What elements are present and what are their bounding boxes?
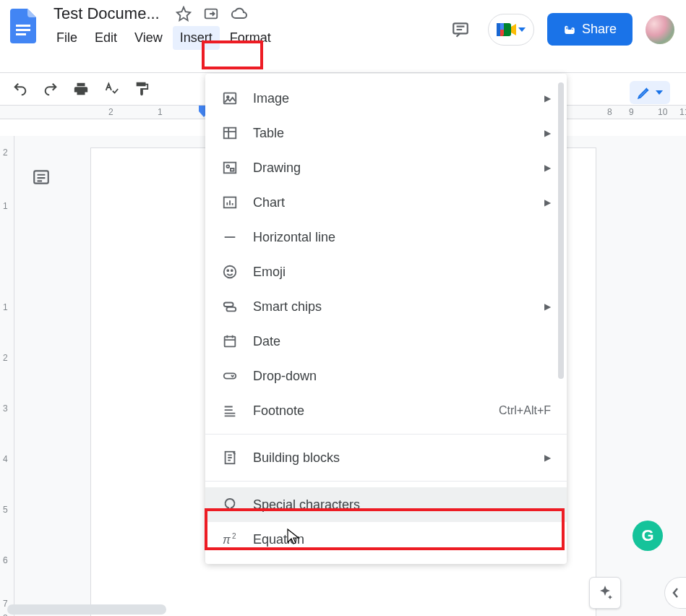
horizontal-scrollbar[interactable] <box>7 604 166 615</box>
insert-menu-table[interactable]: Table▶ <box>205 116 567 150</box>
svg-rect-9 <box>565 30 574 34</box>
svg-rect-4 <box>453 23 468 33</box>
menu-item-label: Drawing <box>253 161 301 176</box>
dropdown-icon <box>220 366 240 386</box>
share-label: Share <box>582 22 617 37</box>
svg-rect-22 <box>226 307 236 312</box>
submenu-arrow-icon: ▶ <box>544 163 551 173</box>
print-icon[interactable] <box>72 80 90 98</box>
svg-rect-0 <box>16 25 30 27</box>
footnote-icon <box>220 401 240 421</box>
svg-rect-23 <box>225 337 236 347</box>
insert-menu-emoji[interactable]: Emoji <box>205 254 567 289</box>
menu-view[interactable]: View <box>127 26 170 50</box>
insert-menu-image[interactable]: Image▶ <box>205 81 567 116</box>
insert-menu-equation[interactable]: π2Equation <box>205 522 567 557</box>
svg-rect-13 <box>224 128 236 139</box>
menu-item-label: Emoji <box>253 265 286 280</box>
undo-icon[interactable] <box>12 80 29 98</box>
menu-item-label: Building blocks <box>253 450 340 466</box>
table-icon <box>220 123 240 143</box>
svg-rect-8 <box>497 23 500 36</box>
menu-separator <box>205 481 567 482</box>
menu-item-label: Image <box>253 91 289 106</box>
chart-icon <box>220 192 240 213</box>
meet-button[interactable] <box>488 14 534 46</box>
insert-menu-chart[interactable]: Chart▶ <box>205 185 567 220</box>
menu-item-label: Footnote <box>253 403 304 419</box>
blocks-icon <box>220 448 240 468</box>
menu-item-label: Date <box>253 334 280 349</box>
chips-icon <box>220 296 240 317</box>
docs-logo[interactable] <box>9 7 38 45</box>
move-icon[interactable] <box>203 6 219 22</box>
menu-edit[interactable]: Edit <box>87 26 124 50</box>
svg-point-18 <box>224 266 236 278</box>
menu-item-label: Table <box>253 126 284 141</box>
grammarly-icon[interactable]: G <box>633 521 663 551</box>
comments-button[interactable] <box>446 15 475 44</box>
menu-item-label: Smart chips <box>253 299 322 315</box>
drawing-icon <box>220 158 240 178</box>
insert-menu-drop-down[interactable]: Drop-down <box>205 359 567 393</box>
menu-item-label: Equation <box>253 532 304 547</box>
editing-mode-button[interactable] <box>630 81 670 104</box>
svg-point-19 <box>227 270 228 271</box>
insert-menu-footnote[interactable]: FootnoteCtrl+Alt+F <box>205 393 567 428</box>
spellcheck-icon[interactable] <box>103 80 120 98</box>
svg-rect-2 <box>16 33 26 35</box>
menu-insert[interactable]: Insert <box>173 26 220 50</box>
svg-text:2: 2 <box>232 532 236 540</box>
explore-button[interactable] <box>589 577 621 609</box>
insert-dropdown-menu: Image▶Table▶Drawing▶Chart▶Horizontal lin… <box>205 74 567 564</box>
star-icon[interactable] <box>176 6 192 22</box>
submenu-arrow-icon: ▶ <box>544 301 551 312</box>
image-icon <box>220 88 240 108</box>
insert-menu-smart-chips[interactable]: Smart chips▶ <box>205 289 567 324</box>
emoji-icon <box>220 262 240 282</box>
share-button[interactable]: Share <box>547 13 633 46</box>
menu-file[interactable]: File <box>49 26 85 50</box>
date-icon <box>220 331 240 351</box>
svg-point-20 <box>231 270 233 271</box>
outline-toggle-icon[interactable] <box>32 168 51 189</box>
document-title[interactable]: Test Docume... <box>49 3 164 25</box>
svg-rect-21 <box>224 303 233 307</box>
cloud-status-icon[interactable] <box>231 5 248 22</box>
svg-text:π: π <box>223 534 231 546</box>
menu-shortcut: Ctrl+Alt+F <box>499 404 551 417</box>
submenu-arrow-icon: ▶ <box>544 197 551 208</box>
hline-icon <box>220 227 240 247</box>
submenu-arrow-icon: ▶ <box>544 128 551 138</box>
insert-menu-building-blocks[interactable]: Building blocks▶ <box>205 440 567 475</box>
insert-menu-date[interactable]: Date <box>205 324 567 359</box>
account-avatar[interactable] <box>646 15 674 44</box>
svg-point-12 <box>227 96 229 98</box>
svg-point-15 <box>226 165 229 168</box>
redo-icon[interactable] <box>42 80 59 98</box>
menu-format[interactable]: Format <box>223 26 278 50</box>
insert-menu-horizontal-line[interactable]: Horizontal line <box>205 220 567 254</box>
menu-item-label: Chart <box>253 195 285 210</box>
menu-item-label: Drop-down <box>253 369 317 384</box>
paint-format-icon[interactable] <box>133 80 150 98</box>
menu-item-label: Special characters <box>253 497 360 513</box>
insert-menu-drawing[interactable]: Drawing▶ <box>205 150 567 185</box>
equation-icon: π2 <box>220 529 240 549</box>
svg-rect-16 <box>231 168 234 171</box>
menu-separator <box>205 434 567 435</box>
insert-menu-special-characters[interactable]: Special characters <box>205 487 567 522</box>
submenu-arrow-icon: ▶ <box>544 93 551 103</box>
vertical-ruler[interactable]: 2112345678 <box>0 136 14 616</box>
svg-rect-1 <box>16 29 30 31</box>
omega-icon <box>220 495 240 515</box>
menu-item-label: Horizontal line <box>253 230 335 245</box>
submenu-arrow-icon: ▶ <box>544 453 551 463</box>
